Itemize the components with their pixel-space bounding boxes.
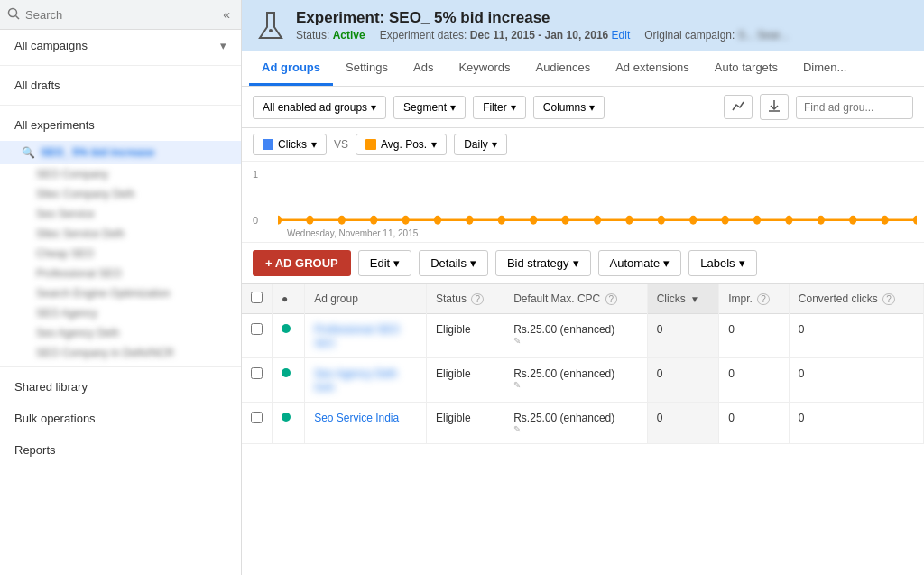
find-ad-group-input[interactable]: [796, 96, 913, 119]
search-q-icon: 🔍: [22, 146, 35, 159]
sidebar-subitem[interactable]: Cheap SEO: [7, 244, 241, 264]
help-icon: ?: [757, 293, 770, 305]
default-max-cpc-header[interactable]: Default Max. CPC ?: [504, 284, 647, 314]
avg-pos-metric-button[interactable]: Avg. Pos. ▾: [356, 134, 447, 155]
tab-ad-extensions[interactable]: Ad extensions: [603, 51, 702, 86]
row-cpc-cell: Rs.25.00 (enhanced) ✎: [504, 403, 647, 444]
sidebar-subitem[interactable]: Sltec Service Delh: [7, 224, 241, 244]
details-dropdown[interactable]: Details ▾: [419, 250, 488, 276]
edit-icon[interactable]: ✎: [513, 336, 637, 346]
help-icon: ?: [882, 293, 895, 305]
clicks-header[interactable]: Clicks ▼: [647, 284, 719, 314]
edit-dropdown[interactable]: Edit ▾: [358, 250, 411, 276]
row-checkbox-cell[interactable]: [242, 403, 273, 444]
converted-clicks-header[interactable]: Converted clicks ?: [789, 284, 923, 314]
original-campaign: Original campaign: S... Sear...: [644, 29, 788, 42]
row-impr-cell: 0: [719, 403, 790, 444]
ad-group-sub-link[interactable]: Delh: [314, 382, 417, 393]
row-checkbox[interactable]: [251, 323, 263, 335]
download-button[interactable]: [760, 94, 789, 120]
sidebar-subitem[interactable]: SEO Company: [7, 164, 241, 184]
chevron-down-icon: ▾: [470, 256, 476, 270]
ad-group-header[interactable]: Ad group: [305, 284, 427, 314]
search-icon: [7, 7, 20, 23]
collapse-sidebar-button[interactable]: «: [219, 5, 234, 23]
search-input[interactable]: [25, 8, 219, 22]
sidebar-subitem[interactable]: Search Engine Optimization: [7, 283, 241, 303]
sidebar-active-experiment[interactable]: 🔍 SEO_ 5% bid increase: [0, 141, 241, 164]
ad-group-link[interactable]: Seo Agency Delh: [314, 367, 397, 380]
ad-group-link[interactable]: Seo Service India: [314, 412, 399, 424]
add-ad-group-button[interactable]: + AD GROUP: [253, 250, 351, 276]
header-title-block: Experiment: SEO_ 5% bid increase Status:…: [296, 9, 910, 42]
edit-icon[interactable]: ✎: [513, 424, 637, 434]
sidebar-search-bar: «: [0, 0, 241, 30]
sidebar-item-reports[interactable]: Reports: [0, 434, 241, 466]
clicks-label: Clicks: [278, 138, 307, 151]
status-dot: [282, 413, 291, 422]
svg-point-22: [753, 216, 761, 225]
segment-dropdown[interactable]: Segment ▾: [393, 96, 466, 119]
row-status-cell: Eligible: [427, 358, 504, 403]
row-converted-clicks-value: 0: [799, 323, 805, 336]
sidebar-item-all-campaigns[interactable]: All campaigns ▾: [0, 30, 241, 61]
edit-link[interactable]: Edit: [612, 29, 631, 42]
row-checkbox-cell[interactable]: [242, 358, 273, 403]
active-experiment-label: SEO_ 5% bid increase: [41, 146, 154, 159]
tab-keywords[interactable]: Keywords: [446, 51, 522, 86]
row-ad-group-cell: Seo Agency Delh Delh: [305, 358, 427, 403]
row-checkbox-cell[interactable]: [242, 314, 273, 358]
status-dot: [282, 368, 291, 377]
tab-audiences[interactable]: Audiences: [522, 51, 603, 86]
svg-point-15: [530, 216, 537, 225]
sidebar-subitem[interactable]: Seo Service: [7, 204, 241, 224]
labels-dropdown[interactable]: Labels ▾: [688, 250, 756, 276]
status-header[interactable]: Status ?: [427, 284, 504, 314]
columns-dropdown[interactable]: Columns ▾: [533, 96, 605, 119]
ad-group-sub-link[interactable]: SEO: [314, 338, 417, 348]
svg-point-23: [785, 216, 792, 225]
bid-strategy-dropdown[interactable]: Bid strategy ▾: [495, 250, 591, 276]
tab-ads[interactable]: Ads: [401, 51, 446, 86]
bulk-operations-label: Bulk operations: [14, 412, 96, 425]
chart-toolbar: Clicks ▾ VS Avg. Pos. ▾ Daily ▾: [242, 128, 924, 162]
clicks-metric-button[interactable]: Clicks ▾: [253, 134, 327, 155]
chevron-down-icon: ▾: [311, 138, 317, 151]
row-converted-clicks-cell: 0: [789, 314, 923, 358]
tab-auto-targets[interactable]: Auto targets: [702, 51, 790, 86]
experiment-dates: Experiment dates: Dec 11, 2015 - Jan 10,…: [380, 29, 631, 42]
chevron-down-icon: ▾: [393, 256, 400, 270]
row-checkbox[interactable]: [251, 412, 263, 423]
filter-button[interactable]: Filter ▾: [473, 96, 526, 119]
sidebar-subitem[interactable]: SEO Agency: [7, 303, 241, 323]
row-clicks-value: 0: [657, 367, 663, 380]
sidebar: « All campaigns ▾ All drafts All experim…: [0, 0, 242, 575]
row-status-cell: Eligible: [427, 314, 504, 358]
chevron-down-icon: ▾: [511, 101, 516, 114]
sidebar-subitem[interactable]: Sltec Company Delh: [7, 184, 241, 204]
daily-dropdown[interactable]: Daily ▾: [454, 134, 507, 155]
sidebar-item-shared-library[interactable]: Shared library: [0, 371, 241, 403]
filter-dropdown[interactable]: All enabled ad groups ▾: [253, 96, 386, 119]
sidebar-subitem[interactable]: Seo Agency Delh: [7, 323, 241, 343]
select-all-checkbox[interactable]: [251, 292, 263, 303]
sidebar-subitem[interactable]: Professional SEO: [7, 264, 241, 283]
shared-library-label: Shared library: [14, 380, 88, 394]
select-all-checkbox-header[interactable]: [242, 284, 273, 314]
automate-dropdown[interactable]: Automate ▾: [598, 250, 682, 276]
tab-ad-groups[interactable]: Ad groups: [249, 51, 333, 86]
chart-toggle-button[interactable]: [724, 95, 753, 119]
ad-group-link[interactable]: Professional SEO: [314, 323, 400, 336]
impr-header[interactable]: Impr. ?: [719, 284, 790, 314]
edit-icon[interactable]: ✎: [513, 380, 637, 390]
sidebar-item-bulk-operations[interactable]: Bulk operations: [0, 403, 241, 434]
filter-label: All enabled ad groups: [263, 101, 367, 114]
sidebar-item-all-drafts[interactable]: All drafts: [0, 70, 241, 101]
clicks-color-swatch: [263, 139, 273, 150]
tab-dimensions[interactable]: Dimen...: [790, 51, 859, 86]
row-checkbox[interactable]: [251, 367, 263, 379]
sidebar-subitem[interactable]: SEO Company in Delhi/NCR: [7, 343, 241, 363]
sidebar-item-all-experiments[interactable]: All experiments: [0, 109, 241, 141]
labels-label: Labels: [700, 256, 735, 270]
tab-settings[interactable]: Settings: [333, 51, 401, 86]
